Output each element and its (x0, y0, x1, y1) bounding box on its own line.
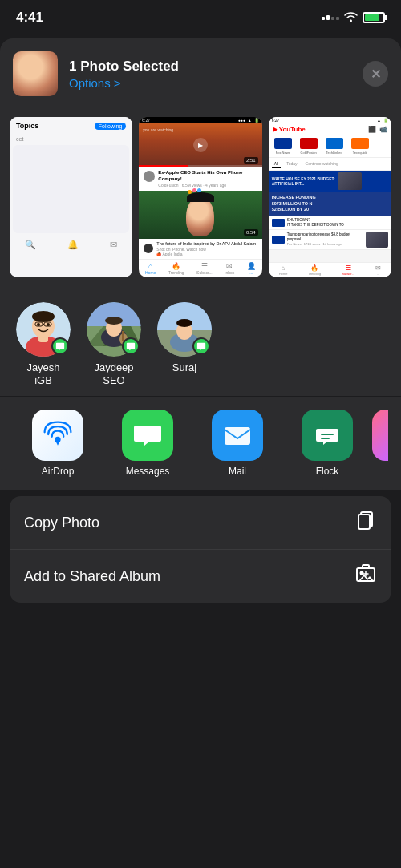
contact-badge-messages (122, 337, 140, 355)
contact-badge-messages (192, 337, 210, 355)
svg-point-33 (360, 571, 364, 575)
contact-badge-messages (51, 337, 69, 355)
screenshot-topics[interactable]: Topics Following cet 🔍 🔔 ✉ (10, 117, 132, 277)
flock-icon (302, 410, 353, 461)
screenshot-youtube-video[interactable]: 6:27 ●●● ▲ 🔋 you are watching ▶ 2:51 (139, 117, 261, 277)
contact-name: JaydeepSEO (94, 361, 133, 386)
contact-suraj[interactable]: Suraj (157, 302, 212, 374)
app-mail[interactable]: Mail (192, 410, 282, 477)
app-label: AirDrop (42, 466, 75, 477)
mail-icon (212, 410, 263, 461)
share-info: 1 Photo Selected Options > (69, 59, 351, 90)
share-options-button[interactable]: Options > (69, 76, 351, 90)
svg-rect-34 (363, 565, 369, 568)
status-time: 4:41 (16, 10, 43, 26)
signal-icon (322, 15, 339, 20)
screenshots-row: Topics Following cet 🔍 🔔 ✉ (0, 107, 401, 289)
status-icons (322, 11, 385, 24)
share-title: 1 Photo Selected (69, 59, 351, 75)
wifi-icon (344, 11, 358, 24)
messages-icon (122, 410, 173, 461)
contact-name: Suraj (172, 361, 196, 374)
battery-icon (363, 12, 385, 23)
share-header: 1 Photo Selected Options > ✕ (0, 38, 401, 107)
screenshot-youtube-news[interactable]: 6:27 ▲ 🔋 ▶ YouTube ⬛ 📹 Fox News ColdFusi… (269, 117, 391, 277)
contact-avatar-wrap (157, 302, 212, 357)
status-bar: 4:41 (0, 0, 401, 35)
svg-point-4 (32, 311, 55, 322)
app-flock[interactable]: Flock (282, 410, 372, 477)
svg-rect-18 (122, 331, 124, 341)
contact-avatar-wrap (87, 302, 141, 357)
svg-point-24 (176, 319, 192, 327)
contact-avatar-wrap (16, 302, 71, 357)
share-thumbnail (13, 51, 58, 96)
copy-photo-action[interactable]: Copy Photo (10, 496, 391, 550)
close-icon: ✕ (371, 67, 381, 82)
svg-rect-31 (358, 515, 370, 529)
airdrop-icon (32, 410, 83, 461)
apps-row: AirDrop Messages Mail Flock (0, 397, 401, 490)
svg-point-5 (37, 323, 40, 326)
share-close-button[interactable]: ✕ (363, 61, 388, 87)
action-label: Copy Photo (24, 515, 99, 531)
svg-point-16 (105, 317, 123, 325)
album-icon (354, 563, 377, 590)
app-label: Mail (229, 466, 246, 477)
svg-point-6 (47, 323, 50, 326)
actions-section: Copy Photo Add to Shared Album (10, 496, 391, 603)
svg-rect-27 (225, 427, 250, 445)
svg-marker-26 (55, 441, 59, 445)
app-label: Flock (316, 466, 339, 477)
contact-jaydeep[interactable]: JaydeepSEO (87, 302, 141, 386)
app-messages[interactable]: Messages (103, 410, 192, 477)
contact-name: JayeshiGB (26, 361, 59, 386)
app-label: Messages (126, 466, 170, 477)
contacts-row: JayeshiGB (0, 289, 401, 396)
copy-icon (354, 509, 377, 536)
add-to-shared-album-action[interactable]: Add to Shared Album (10, 550, 391, 603)
contact-jayesh[interactable]: JayeshiGB (16, 302, 71, 386)
action-label: Add to Shared Album (24, 568, 160, 585)
app-extra[interactable] (372, 410, 388, 466)
app-airdrop[interactable]: AirDrop (13, 410, 103, 477)
